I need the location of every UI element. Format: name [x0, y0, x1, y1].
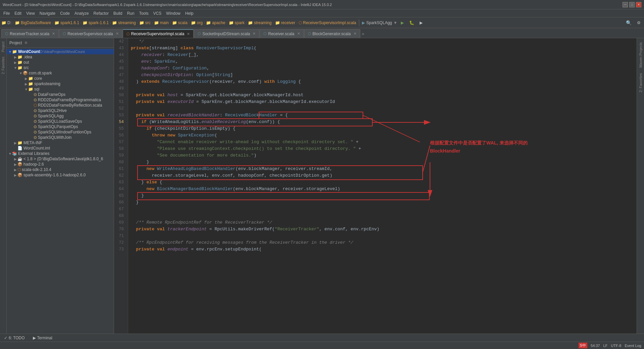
coverage-button[interactable]: ▶: [418, 20, 425, 26]
menu-run[interactable]: Run: [125, 10, 137, 16]
code-line-60: }: [128, 159, 637, 166]
tree-item-rdd2prog[interactable]: ⊙ RDD2DataFrameByProgrammatica: [7, 97, 114, 103]
expand-arrow-jdk[interactable]: ▶: [13, 157, 17, 161]
menu-refactor[interactable]: Refactor: [92, 10, 111, 16]
code-line-50: private val host = SparkEnv.get.blockMan…: [128, 92, 637, 99]
tree-item-jdk[interactable]: ▶ ☕ < 1.8 > (D:\BigDataSoftware\Java\jdk…: [7, 156, 114, 162]
tab-receiversupervisorimpl[interactable]: ⬡ ReceiverSupervisorImpl.scala ✕: [123, 29, 194, 38]
code-container[interactable]: 42 43 44 45 46 47 48 49 50 51 52 53 54 5…: [114, 38, 644, 334]
tree-item-sparkassembly[interactable]: ▶ 📦 spark-assembly-1.6.1-hadoop2.6.0: [7, 172, 114, 178]
tree-item-hadoop[interactable]: ▶ 📦 hadoop-2.6: [7, 162, 114, 167]
tab-close-1[interactable]: ✕: [52, 32, 55, 36]
code-line-47: checkpointDirOption: Option[String]: [128, 72, 637, 78]
expand-arrow-com[interactable]: ▼: [19, 71, 23, 75]
favorites-tab[interactable]: 2: Favorites: [1, 55, 6, 76]
tab-close-4[interactable]: ✕: [253, 32, 256, 36]
menu-edit[interactable]: Edit: [12, 10, 23, 16]
sougou-status[interactable]: S中: [579, 343, 587, 348]
maximize-button[interactable]: □: [629, 2, 635, 7]
tree-item-com[interactable]: ▼ 📦 com.dt.spark: [7, 70, 114, 76]
favorites-tab-right[interactable]: 2: Favorites: [638, 70, 643, 95]
tree-item-sparksteaming[interactable]: ▶ 📁 sparksteaming: [7, 81, 114, 86]
run-button[interactable]: ▶: [399, 20, 406, 26]
line-num-48: 48: [114, 78, 126, 85]
menu-tools[interactable]: Tools: [137, 10, 151, 16]
tab-receiver[interactable]: ⬡ Receiver.scala ✕: [260, 29, 304, 38]
tree-item-rdd2refl[interactable]: ⬡ RDD2DataFrameByReflection.scala: [7, 103, 114, 108]
menu-code[interactable]: Code: [58, 10, 72, 16]
expand-arrow-sparksteaming[interactable]: ▶: [24, 82, 28, 86]
tab-close-2[interactable]: ✕: [116, 32, 119, 36]
menu-help[interactable]: Help: [183, 10, 196, 16]
line-num-53: 53: [114, 112, 126, 119]
expand-arrow-out[interactable]: ▶: [13, 61, 17, 64]
menu-build[interactable]: Build: [111, 10, 124, 16]
expand-arrow-sql[interactable]: ▼: [24, 88, 28, 91]
todo-tab[interactable]: ✓ 6: TODO: [3, 335, 26, 341]
menu-file[interactable]: File: [1, 10, 12, 16]
tree-item-wordcountiml[interactable]: 📄 WordCount.iml: [7, 146, 114, 151]
tree-item-dataframeops[interactable]: ⊙ DataFrameOps: [7, 92, 114, 97]
tree-item-idea[interactable]: ▶ 📁 .idea: [7, 54, 114, 60]
tree-item-metainf[interactable]: ▶ 📁 META-INF: [7, 140, 114, 146]
tree-label-jdk: < 1.8 > (D:\BigDataSoftware\Java\jdk1.8.…: [23, 157, 103, 161]
menu-view[interactable]: View: [24, 10, 37, 16]
expand-arrow-wordcount[interactable]: ▼: [8, 50, 12, 54]
tree-item-src[interactable]: ▼ 📁 src: [7, 65, 114, 70]
expand-arrow-idea[interactable]: ▶: [13, 55, 17, 59]
project-tab[interactable]: Project: [1, 40, 6, 54]
more-tabs-button[interactable]: »: [361, 30, 366, 38]
line-num-64: 64: [114, 186, 126, 192]
settings-button[interactable]: ⚙: [635, 20, 643, 26]
tree-label-sparksqlparquetops: SparkSQLParquetOps: [38, 124, 78, 129]
close-button[interactable]: ✕: [636, 2, 641, 7]
code-content[interactable]: */ private[streaming] class ReceiverSupe…: [128, 38, 637, 334]
menu-vcs[interactable]: VCS: [151, 10, 164, 16]
tab-blockgenerator[interactable]: ⬡ BlockGenerator.scala ✕: [304, 29, 360, 38]
tree-label-wordcountiml: WordCount.iml: [23, 146, 50, 151]
tab-close-6[interactable]: ✕: [354, 32, 357, 36]
expand-arrow-scalasdk[interactable]: ▶: [13, 168, 17, 172]
expand-arrow-hadoop[interactable]: ▶: [13, 163, 17, 166]
tree-item-scalasdk[interactable]: ▶ ⬡ scala-sdk-2.10.4: [7, 167, 114, 172]
expand-arrow-sparkassembly[interactable]: ▶: [13, 173, 17, 177]
expand-arrow-metainf[interactable]: ▶: [13, 141, 17, 145]
tree-item-core[interactable]: ▶ 📁 core: [7, 76, 114, 81]
line-num-62: 62: [114, 172, 126, 179]
line-num-46: 46: [114, 65, 126, 72]
event-log[interactable]: Event Log: [625, 344, 641, 348]
tree-item-sparksqlloadsaveops[interactable]: ⊙ SparkSQLLoadSaveOps: [7, 119, 114, 124]
sidebar-settings-icon[interactable]: ⚙: [24, 41, 28, 45]
tab-socketinputdstream[interactable]: ⬡ SocketInputDStream.scala ✕: [194, 29, 259, 38]
class-icon-rdd2prog: ⊙: [34, 98, 37, 102]
expand-arrow-src[interactable]: ▼: [13, 66, 17, 70]
tree-item-sparksqlparquetops[interactable]: ⊙ SparkSQLParquetOps: [7, 124, 114, 129]
line-num-47: 47: [114, 72, 126, 78]
tree-label-dataframeops: DataFrameOps: [38, 92, 65, 97]
tree-item-sparksqlagg[interactable]: ⊙ SparkSQLAgg: [7, 113, 114, 119]
menu-navigate[interactable]: Navigate: [38, 10, 57, 16]
menu-analyze[interactable]: Analyze: [72, 10, 91, 16]
tree-label-sparkassembly: spark-assembly-1.6.1-hadoop2.6.0: [23, 173, 86, 177]
tree-item-extlibs[interactable]: ▼ 📚 External Libraries: [7, 151, 114, 156]
maven-projects-tab[interactable]: Maven Projects: [638, 40, 643, 70]
tab-receivertracker[interactable]: ⬡ ReceiverTracker.scala ✕: [1, 29, 59, 38]
minimize-button[interactable]: ─: [623, 2, 628, 7]
expand-arrow-extlibs[interactable]: ▼: [8, 152, 12, 156]
toolbar: 📁 D: › 📁 BigDataSoftware › 📁 spark1.6.1 …: [0, 17, 644, 28]
tree-item-sparksql2hive[interactable]: ⊙ SparkSQL2Hive: [7, 108, 114, 113]
line-num-44: 44: [114, 52, 126, 58]
tree-item-sparksqlwindow[interactable]: ⊙ SparkSQLWindowFuntionOps: [7, 129, 114, 135]
debug-button[interactable]: 🐛: [407, 20, 416, 26]
tab-close-5[interactable]: ✕: [297, 32, 300, 36]
expand-arrow-core[interactable]: ▶: [24, 77, 28, 80]
search-everywhere-button[interactable]: 🔍: [624, 19, 634, 26]
terminal-tab[interactable]: ▶ Terminal: [32, 335, 54, 341]
tab-close-3[interactable]: ✕: [187, 32, 190, 36]
tree-item-sparksqlwithjoin[interactable]: ⊙ SparkSQLWithJoin: [7, 135, 114, 140]
tree-item-wordcount[interactable]: ▼ 📁 WordCount D:\IdeaProjects\WordCount: [7, 49, 114, 54]
menu-window[interactable]: Window: [164, 10, 182, 16]
tree-item-out[interactable]: ▶ 📁 out: [7, 60, 114, 65]
tree-item-sql[interactable]: ▼ 📁 sql: [7, 86, 114, 92]
tab-receiversupervisor[interactable]: ⬡ ReceiverSupervisor.scala ✕: [59, 29, 122, 38]
